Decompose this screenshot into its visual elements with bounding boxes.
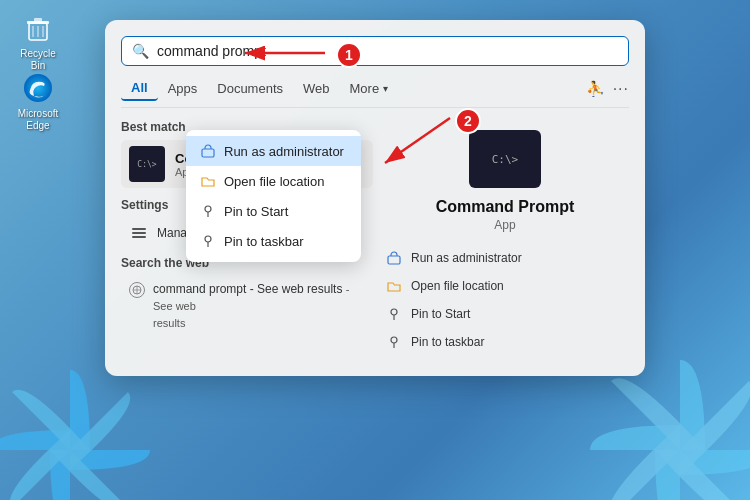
recycle-bin-image	[22, 12, 54, 44]
action-pin-taskbar[interactable]: Pin to taskbar	[381, 328, 629, 356]
action-admin-label: Run as administrator	[411, 251, 522, 265]
svg-point-16	[391, 337, 397, 343]
web-search-icon	[129, 282, 145, 298]
svg-rect-8	[132, 232, 146, 234]
context-pin-taskbar-label: Pin to taskbar	[224, 234, 304, 249]
tab-more[interactable]: More ▾	[340, 77, 399, 100]
cmd-icon-small: C:\>	[129, 146, 165, 182]
svg-rect-18	[202, 149, 214, 157]
svg-rect-13	[388, 256, 400, 264]
tab-all[interactable]: All	[121, 76, 158, 101]
ellipsis-icon[interactable]: ···	[613, 80, 629, 98]
tab-web[interactable]: Web	[293, 77, 340, 100]
action-pin-taskbar-icon	[385, 333, 403, 351]
svg-rect-9	[132, 236, 146, 238]
action-pin-start[interactable]: Pin to Start	[381, 300, 629, 328]
web-search-item[interactable]: command prompt - See web results - See w…	[121, 276, 373, 336]
svg-point-21	[205, 236, 211, 242]
right-panel: C:\> Command Prompt App Run as administr…	[381, 120, 629, 356]
context-pin-start-label: Pin to Start	[224, 204, 288, 219]
context-run-admin[interactable]: Run as administrator	[186, 136, 361, 166]
context-file-location[interactable]: Open file location	[186, 166, 361, 196]
context-pin-taskbar[interactable]: Pin to taskbar	[186, 226, 361, 256]
context-admin-label: Run as administrator	[224, 144, 344, 159]
large-app-title: Command Prompt	[436, 198, 575, 216]
large-app-sub: App	[494, 218, 515, 232]
tab-documents[interactable]: Documents	[207, 77, 293, 100]
web-query: command prompt	[153, 282, 246, 296]
context-file-label: Open file location	[224, 174, 324, 189]
context-pin-start-icon	[200, 203, 216, 219]
cmd-icon-large: C:\>	[469, 130, 541, 188]
action-pin-start-label: Pin to Start	[411, 307, 470, 321]
web-suffix: - See web results	[250, 282, 343, 296]
action-pin-taskbar-label: Pin to taskbar	[411, 335, 484, 349]
action-file-label: Open file location	[411, 279, 504, 293]
svg-point-6	[24, 74, 52, 102]
svg-rect-7	[132, 228, 146, 230]
edge-label: Microsoft Edge	[12, 108, 64, 132]
badge-1: 1	[336, 42, 362, 68]
recycle-bin-icon[interactable]: Recycle Bin	[8, 8, 68, 76]
action-run-admin[interactable]: Run as administrator	[381, 244, 629, 272]
action-list: Run as administrator Open file location …	[381, 244, 629, 356]
microsoft-edge-icon[interactable]: Microsoft Edge	[8, 68, 68, 136]
action-admin-icon	[385, 249, 403, 267]
context-menu: Run as administrator Open file location …	[186, 130, 361, 262]
svg-rect-2	[34, 18, 42, 22]
context-admin-icon	[200, 143, 216, 159]
tab-apps[interactable]: Apps	[158, 77, 208, 100]
context-pin-start[interactable]: Pin to Start	[186, 196, 361, 226]
filter-tabs: All Apps Documents Web More ▾ ⛹ ···	[121, 76, 629, 108]
context-folder-icon	[200, 173, 216, 189]
edge-image	[22, 72, 54, 104]
search-query-text: command prompt	[157, 43, 618, 59]
person-icon[interactable]: ⛹	[586, 80, 605, 98]
badge-2: 2	[455, 108, 481, 134]
svg-point-19	[205, 206, 211, 212]
settings-icon	[129, 223, 149, 243]
search-bar[interactable]: 🔍 command prompt	[121, 36, 629, 66]
search-icon: 🔍	[132, 43, 149, 59]
action-file-location[interactable]: Open file location	[381, 272, 629, 300]
tab-icons-right: ⛹ ···	[586, 80, 629, 98]
action-pin-start-icon	[385, 305, 403, 323]
context-pin-taskbar-icon	[200, 233, 216, 249]
web-text: command prompt - See web results - See w…	[153, 281, 365, 331]
action-folder-icon	[385, 277, 403, 295]
svg-point-14	[391, 309, 397, 315]
